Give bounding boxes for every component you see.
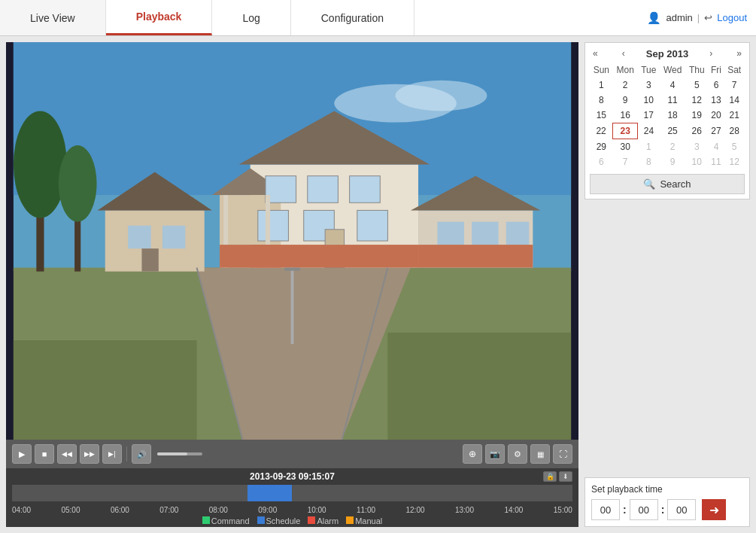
- calendar-day[interactable]: 10: [685, 154, 708, 169]
- main-area: ▶ ■ ◀◀ ▶▶ ▶| 🔊 ⊕ 📷 ⚙ ▦ ⛶ 2013-09-23 09:1…: [0, 36, 756, 533]
- calendar-day[interactable]: 19: [685, 108, 708, 123]
- calendar-day[interactable]: 8: [590, 93, 613, 108]
- calendar-day[interactable]: 30: [613, 139, 638, 155]
- calendar-day[interactable]: 4: [708, 139, 724, 155]
- stop-button[interactable]: ■: [35, 444, 54, 464]
- step-button[interactable]: ▶|: [102, 444, 122, 464]
- calendar-day[interactable]: 5: [724, 139, 745, 155]
- calendar-day[interactable]: 13: [708, 93, 724, 108]
- mute-button[interactable]: 🔊: [132, 444, 151, 464]
- cal-prev-prev-button[interactable]: «: [590, 47, 601, 59]
- playback-time-box: Set playback time : : ➜: [584, 477, 750, 527]
- svg-rect-41: [387, 333, 571, 440]
- calendar-day[interactable]: 3: [685, 139, 708, 155]
- calendar-day[interactable]: 9: [613, 93, 638, 108]
- rewind-button[interactable]: ◀◀: [57, 444, 77, 464]
- timeline-timestamp: 2013-09-23 09:15:07: [6, 468, 578, 482]
- timeline-area: 2013-09-23 09:15:07 🔒 ⬇ 04:00 05:00 06:0…: [6, 468, 578, 527]
- svg-rect-19: [266, 176, 296, 203]
- timeline-track[interactable]: [12, 485, 572, 501]
- calendar-day[interactable]: 27: [708, 123, 724, 139]
- time-inputs-row: : : ➜: [591, 499, 743, 520]
- timeline-icons: 🔒 ⬇: [543, 471, 572, 482]
- tl-label-2: 06:00: [111, 506, 129, 514]
- dow-wed: Wed: [660, 62, 685, 78]
- tl-label-9: 13:00: [455, 506, 474, 514]
- calendar-header: « ‹ Sep 2013 › »: [590, 47, 745, 59]
- svg-rect-29: [220, 245, 281, 267]
- ctrl-separator: [126, 446, 127, 461]
- calendar-day[interactable]: 16: [613, 108, 638, 123]
- calendar-day[interactable]: 12: [724, 154, 745, 169]
- calendar-day[interactable]: 17: [638, 108, 660, 123]
- calendar-day[interactable]: 21: [724, 108, 745, 123]
- calendar-day[interactable]: 6: [708, 78, 724, 93]
- svg-rect-14: [141, 248, 158, 271]
- volume-slider[interactable]: [157, 452, 202, 455]
- calendar-day[interactable]: 11: [708, 154, 724, 169]
- calendar-day[interactable]: 20: [708, 108, 724, 123]
- zoom-button[interactable]: ⊕: [463, 444, 482, 464]
- calendar-day[interactable]: 12: [685, 93, 708, 108]
- timeline-labels: 04:00 05:00 06:00 07:00 08:00 09:00 10:0…: [6, 504, 578, 514]
- calendar-day[interactable]: 2: [660, 139, 685, 155]
- calendar-day[interactable]: 23: [613, 123, 638, 139]
- calendar-day[interactable]: 15: [590, 108, 613, 123]
- play-button[interactable]: ▶: [12, 444, 32, 464]
- calendar-day[interactable]: 5: [685, 78, 708, 93]
- tab-log[interactable]: Log: [212, 0, 290, 35]
- svg-rect-34: [506, 222, 529, 245]
- minute-input[interactable]: [630, 499, 658, 520]
- calendar-day[interactable]: 29: [590, 139, 613, 155]
- go-button[interactable]: ➜: [702, 499, 726, 520]
- calendar-day[interactable]: 4: [660, 78, 685, 93]
- calendar-day[interactable]: 26: [685, 123, 708, 139]
- calendar-day[interactable]: 1: [590, 78, 613, 93]
- calendar-day[interactable]: 7: [613, 154, 638, 169]
- hour-input[interactable]: [591, 499, 620, 520]
- dow-mon: Mon: [613, 62, 638, 78]
- svg-point-3: [396, 81, 487, 111]
- second-input[interactable]: [667, 499, 696, 520]
- tab-configuration[interactable]: Configuration: [291, 0, 414, 35]
- grid-button[interactable]: ▦: [530, 444, 550, 464]
- legend-manual: Manual: [346, 516, 382, 525]
- svg-rect-32: [437, 222, 464, 245]
- calendar-day[interactable]: 14: [724, 93, 745, 108]
- timeline-lock-button[interactable]: 🔒: [543, 471, 557, 482]
- logout-link[interactable]: Logout: [717, 12, 747, 23]
- calendar-day[interactable]: 28: [724, 123, 745, 139]
- tl-label-4: 08:00: [209, 506, 228, 514]
- calendar-day[interactable]: 3: [638, 78, 660, 93]
- calendar-day[interactable]: 6: [590, 154, 613, 169]
- settings-button[interactable]: ⚙: [508, 444, 527, 464]
- search-button[interactable]: 🔍 Search: [590, 174, 745, 194]
- calendar-day[interactable]: 2: [613, 78, 638, 93]
- timeline-export-button[interactable]: ⬇: [559, 471, 572, 482]
- calendar-day[interactable]: 7: [724, 78, 745, 93]
- tl-label-6: 10:00: [308, 506, 326, 514]
- calendar-day[interactable]: 1: [638, 139, 660, 155]
- tab-playback[interactable]: Playback: [106, 0, 213, 35]
- calendar-day[interactable]: 25: [660, 123, 685, 139]
- playback-time-label: Set playback time: [591, 484, 743, 495]
- tab-live-view[interactable]: Live View: [0, 0, 106, 35]
- calendar-day[interactable]: 11: [660, 93, 685, 108]
- calendar-day[interactable]: 18: [660, 108, 685, 123]
- calendar-widget: « ‹ Sep 2013 › » Sun Mon Tue Wed Thu Fri: [584, 42, 750, 199]
- cal-next-button[interactable]: ›: [706, 47, 715, 59]
- calendar-day[interactable]: 8: [638, 154, 660, 169]
- calendar-day[interactable]: 22: [590, 123, 613, 139]
- tl-label-11: 15:00: [554, 506, 572, 514]
- legend-alarm: Alarm: [308, 516, 339, 525]
- calendar-day[interactable]: 9: [660, 154, 685, 169]
- snapshot-button[interactable]: 📷: [485, 444, 505, 464]
- calendar-day[interactable]: 24: [638, 123, 660, 139]
- fullscreen-button[interactable]: ⛶: [553, 444, 572, 464]
- calendar-grid: Sun Mon Tue Wed Thu Fri Sat 123456789101…: [590, 62, 745, 169]
- video-scene: [6, 42, 578, 440]
- cal-next-next-button[interactable]: »: [733, 47, 745, 59]
- calendar-day[interactable]: 10: [638, 93, 660, 108]
- cal-prev-button[interactable]: ‹: [619, 47, 628, 59]
- fast-forward-button[interactable]: ▶▶: [80, 444, 99, 464]
